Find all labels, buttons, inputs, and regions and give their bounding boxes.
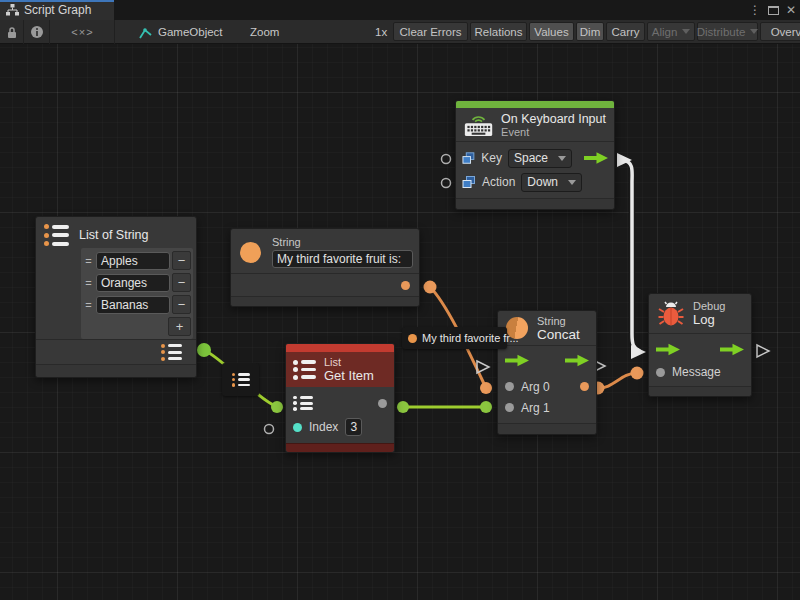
distribute-label: Distribute [697, 26, 746, 38]
remove-item-button[interactable]: − [172, 251, 191, 270]
chevron-down-icon [558, 156, 566, 161]
wire-end-ball[interactable] [197, 343, 211, 357]
string-value-field[interactable]: My third favorite fruit is: [272, 250, 413, 268]
wire-end-ball[interactable] [424, 281, 437, 294]
node-title: On Keyboard Input [501, 112, 606, 126]
result-output-port[interactable] [580, 382, 589, 391]
list-icon [293, 360, 317, 380]
add-item-button[interactable]: + [168, 317, 191, 336]
list-item-field[interactable]: Oranges [96, 274, 170, 292]
action-select[interactable]: Down [521, 173, 582, 192]
wire-end-ball[interactable] [271, 401, 283, 413]
flow-port-stub[interactable] [757, 345, 769, 357]
flow-input-port[interactable] [505, 354, 529, 367]
list-item-field[interactable]: Apples [96, 252, 170, 270]
relations-button[interactable]: Relations [470, 22, 527, 41]
flow-output-port[interactable] [565, 354, 589, 367]
value-port-stub[interactable] [265, 425, 274, 434]
remove-item-button[interactable]: − [172, 295, 191, 314]
action-select-value: Down [527, 175, 558, 189]
close-icon[interactable]: ✕ [786, 4, 796, 16]
code-view-button[interactable]: <×> [51, 20, 115, 44]
lock-button[interactable] [0, 20, 24, 44]
drag-handle[interactable]: = [83, 277, 94, 289]
drag-handle[interactable]: = [83, 299, 94, 311]
action-port-label: Action [482, 175, 515, 189]
tab-title: Script Graph [24, 3, 91, 17]
remove-item-button[interactable]: − [172, 273, 191, 292]
node-concat[interactable]: String Concat Arg 0 [497, 310, 597, 435]
node-type-label: String [272, 236, 413, 248]
string-type-icon [240, 242, 261, 263]
overview-button[interactable]: Overv [760, 22, 800, 41]
node-debug-log[interactable]: Debug Log Message [648, 293, 752, 397]
list-icon [44, 224, 70, 246]
wire-end-ball[interactable] [397, 401, 409, 413]
node-get-item[interactable]: List Get Item Index 3 [285, 343, 395, 453]
graph-toolbar: <×> GameObject Zoom 1x Clear Errors Rela… [0, 20, 800, 44]
carry-toggle[interactable]: Carry [606, 22, 645, 41]
values-toggle[interactable]: Values [529, 22, 574, 41]
wire-flow-keyboard-to-log[interactable] [624, 160, 640, 351]
tab-script-graph[interactable]: Script Graph [0, 0, 114, 20]
item-output-port[interactable] [378, 399, 387, 408]
value-port-stub[interactable] [442, 155, 451, 164]
index-port-label: Index [309, 420, 338, 434]
key-select[interactable]: Space [508, 149, 572, 168]
node-string-literal[interactable]: String My third favorite fruit is: [230, 228, 420, 307]
arg1-label: Arg 1 [521, 401, 550, 415]
event-strip [456, 101, 614, 108]
list-item-row: = Oranges − [83, 272, 191, 293]
wire-end-ball[interactable] [480, 382, 492, 394]
list-output-port[interactable] [161, 344, 183, 361]
node-on-keyboard-input[interactable]: On Keyboard Input Event Key Space [455, 100, 615, 210]
node-footer [649, 387, 751, 396]
chevron-down-icon [750, 29, 758, 34]
string-output-port[interactable] [401, 281, 410, 290]
align-dropdown[interactable]: Align [647, 22, 695, 41]
graph-canvas[interactable]: On Keyboard Input Event Key Space [0, 44, 800, 600]
node-title: List of String [79, 228, 148, 242]
align-label: Align [652, 26, 678, 38]
index-value-field[interactable]: 3 [345, 418, 362, 436]
node-title: Concat [537, 327, 580, 342]
gameobject-icon [138, 26, 154, 39]
drag-handle[interactable]: = [83, 255, 94, 267]
tab-bar: Script Graph ⋮ ✕ [0, 0, 800, 20]
node-footer [498, 424, 596, 434]
dim-toggle[interactable]: Dim [576, 22, 604, 41]
unity-script-graph-window: Script Graph ⋮ ✕ <×> GameObjec [0, 0, 800, 600]
clear-errors-button[interactable]: Clear Errors [393, 22, 468, 41]
enum-icon [462, 176, 476, 189]
flow-output-port[interactable] [584, 152, 608, 165]
list-item-row: = Apples − [83, 250, 191, 271]
flow-input-port[interactable] [656, 343, 680, 356]
arg1-input-port[interactable] [505, 403, 514, 412]
list-icon [232, 373, 250, 387]
value-port-stub[interactable] [442, 179, 451, 188]
info-button[interactable] [25, 20, 50, 44]
list-input-port[interactable] [293, 396, 313, 411]
flow-output-port[interactable] [720, 343, 744, 356]
error-strip [286, 344, 394, 352]
maximize-icon[interactable] [768, 6, 779, 15]
list-item-field[interactable]: Bananas [96, 296, 170, 314]
node-type-label: String [537, 315, 580, 327]
arg0-input-port[interactable] [505, 382, 514, 391]
distribute-dropdown[interactable]: Distribute [697, 22, 758, 41]
keyboard-icon [464, 111, 493, 139]
wire-end-ball[interactable] [631, 367, 644, 380]
gameobject-label: GameObject [158, 20, 223, 44]
zoom-value: 1x [375, 20, 387, 44]
arg0-label: Arg 0 [521, 380, 550, 394]
index-input-port[interactable] [293, 423, 302, 432]
zoom-label: Zoom [250, 20, 279, 44]
chevron-down-icon [682, 29, 690, 34]
key-select-value: Space [514, 151, 548, 165]
node-list-of-string[interactable]: List of String = Apples − = Oranges − = … [35, 216, 197, 378]
window-menu-icon[interactable]: ⋮ [749, 4, 761, 16]
node-type-label: List [324, 356, 374, 368]
lock-icon [6, 26, 18, 39]
wire-end-ball[interactable] [480, 401, 492, 413]
message-input-port[interactable] [656, 368, 665, 377]
